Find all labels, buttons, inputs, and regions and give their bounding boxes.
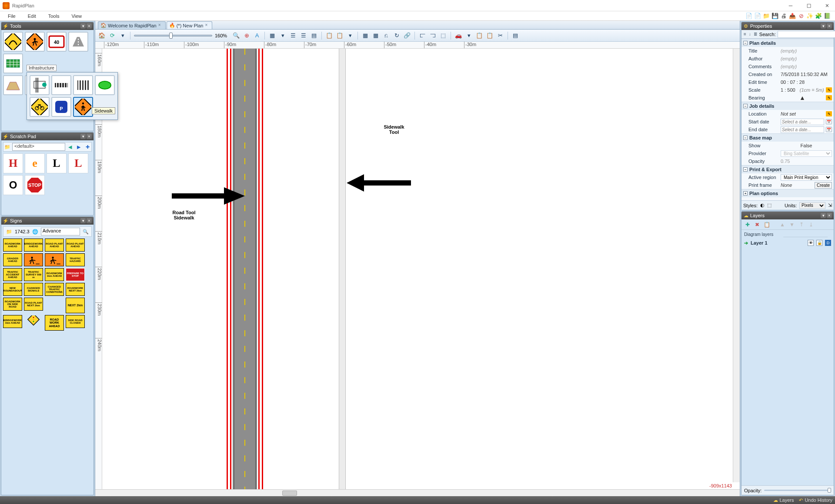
ungroup-icon[interactable]: ▦ [372, 32, 380, 40]
align3-icon[interactable]: ⬚ [439, 32, 447, 40]
provider-select[interactable]: Bing Satellite [781, 150, 832, 157]
menu-tools[interactable]: Tools [42, 12, 66, 20]
sign-item[interactable]: ROAD PLANT AHEAD [66, 239, 85, 252]
scratch-item[interactable]: e [25, 153, 45, 173]
panel-pin-button[interactable]: ▾ [80, 218, 86, 223]
scale-edit-icon[interactable]: ✎ [826, 87, 832, 93]
list2-icon[interactable]: ☰ [300, 32, 307, 40]
home-button[interactable]: 🏠 [98, 32, 106, 40]
road-object[interactable] [233, 49, 257, 489]
sign-item[interactable]: NEW ROUNDABOUT [3, 283, 22, 296]
layer-up-button[interactable]: ▲ [779, 221, 786, 228]
infra-sidewalk[interactable] [73, 97, 93, 117]
sign-item[interactable]: GRADER AHEAD [3, 253, 22, 266]
sign-item[interactable]: TRAFFIC HAZARD [66, 253, 85, 266]
qa-new-icon[interactable]: 📄 [745, 13, 752, 20]
sign-item[interactable]: ROADWORK ON SIDE ROAD [3, 298, 22, 311]
panel-pin-button[interactable]: ▾ [80, 23, 86, 29]
group-icon[interactable]: ▦ [361, 32, 369, 40]
signs-globe-icon[interactable]: 🌐 [31, 228, 39, 235]
tool-road[interactable] [68, 32, 88, 52]
sign-item[interactable]: ROAD WORK AHEAD [45, 315, 64, 331]
qa-save-icon[interactable]: 💾 [772, 13, 778, 20]
close-button[interactable]: ✕ [822, 1, 832, 10]
sign-item[interactable]: PREPARE TO STOP [66, 268, 85, 281]
split-icon[interactable]: ⎌ [382, 32, 390, 40]
prop-sort1-button[interactable]: ≡ [743, 31, 747, 37]
start-date-picker-icon[interactable]: 📅 [826, 119, 832, 124]
qa-plugin-icon[interactable]: 🧩 [815, 13, 822, 20]
scratch-item[interactable]: L [68, 153, 88, 173]
dup3-icon[interactable]: 📋 [475, 32, 483, 40]
dup2-icon[interactable]: ▾ [346, 32, 354, 40]
tool-speed[interactable]: 40 [47, 32, 67, 52]
infra-crosswalk[interactable] [73, 75, 93, 95]
bearing-edit-icon[interactable]: ✎ [826, 95, 832, 100]
menu-view[interactable]: View [65, 12, 88, 20]
vertical-scrollbar[interactable] [733, 49, 740, 482]
scratch-item-stop[interactable]: STOP [25, 175, 45, 195]
layer-lock-icon[interactable]: 🔒 [816, 240, 822, 246]
signs-search-icon[interactable]: 🔍 [82, 228, 90, 235]
qa-help-icon[interactable]: 📗 [824, 13, 831, 20]
scratchpad-folder-icon[interactable]: 📁 [3, 143, 11, 151]
section-print-export[interactable]: −Print & Export [741, 166, 834, 173]
copy-icon[interactable]: 📋 [325, 32, 333, 40]
sign-item[interactable]: TRAFFIC SURVEY 500 m [24, 268, 43, 281]
sign-item[interactable]: CHANGED TRAFFIC CONDITIONS [45, 283, 64, 296]
sign-item[interactable]: BRIDGEWORK 1km AHEAD [3, 315, 22, 328]
panel-pin-button[interactable]: ▾ [821, 23, 826, 29]
create-frame-button[interactable]: Create [815, 182, 832, 189]
location-edit-icon[interactable]: ✎ [826, 111, 832, 116]
units-select[interactable]: Pixels [799, 202, 825, 209]
layer-row[interactable]: ➔ Layer 1 👁 🔒 D [744, 239, 831, 247]
layer-top-button[interactable]: ⤒ [798, 221, 805, 228]
sign-item[interactable] [24, 315, 43, 328]
layer-default-icon[interactable]: D [825, 240, 831, 246]
tab-newplan[interactable]: 🔥 (*) New Plan × [167, 21, 213, 29]
sign-item[interactable]: BRIDGEWORK AHEAD [24, 239, 43, 252]
paste-icon[interactable]: 📋 [336, 32, 344, 40]
opacity-slider[interactable] [764, 490, 831, 491]
qa-export-icon[interactable]: 📤 [789, 13, 796, 20]
align1-icon[interactable]: ⫍ [418, 32, 426, 40]
active-region-select[interactable]: Main Print Region [781, 174, 832, 181]
section-job-details[interactable]: −Job details [741, 102, 834, 110]
sign-item[interactable]: ROAD PLANT AHEAD [45, 239, 64, 252]
style-save-icon[interactable]: ⬚ [767, 202, 772, 208]
minimize-button[interactable]: — [785, 1, 796, 10]
layer-down-button[interactable]: ▼ [788, 221, 795, 228]
tool-infrastructure[interactable] [3, 53, 23, 73]
qa-new2-icon[interactable]: 📄 [754, 13, 761, 20]
horizontal-scrollbar[interactable] [95, 489, 740, 496]
signs-filter[interactable]: Advance [41, 228, 80, 235]
scratchpad-prev-icon[interactable]: ◀ [66, 143, 74, 151]
text-icon[interactable]: A [253, 32, 261, 40]
section-plan-details[interactable]: −Plan details [741, 39, 834, 47]
sign-item[interactable] [24, 253, 43, 266]
tab-welcome[interactable]: 🏠 Welcome to RapidPlan × [98, 21, 166, 29]
units-detach-icon[interactable]: ⇲ [828, 202, 832, 208]
end-date-picker-icon[interactable]: 📅 [826, 127, 832, 132]
scratch-item[interactable]: O [3, 175, 23, 195]
layer-bottom-button[interactable]: ⤓ [808, 221, 815, 228]
sign-item[interactable]: ROADWORK 1km AHEAD [45, 268, 64, 281]
dup4-icon[interactable]: 📋 [486, 32, 494, 40]
vehicle-icon[interactable]: 🚗 [454, 32, 462, 40]
tool-select[interactable] [3, 32, 23, 52]
tool-workahead[interactable] [25, 32, 45, 52]
prop-sort3-button[interactable]: ≣ [753, 31, 758, 37]
flag-icon[interactable]: ▾ [279, 32, 287, 40]
menu-file[interactable]: File [2, 12, 22, 20]
qa-wizard-icon[interactable]: ✨ [806, 13, 813, 20]
target-icon[interactable]: ⊕ [243, 32, 250, 40]
scratch-item[interactable]: H [3, 153, 23, 173]
panel-close-button[interactable]: × [827, 23, 832, 29]
qa-open-icon[interactable]: 📁 [763, 13, 770, 20]
align2-icon[interactable]: ⫎ [429, 32, 437, 40]
panel-close-button[interactable]: × [827, 213, 832, 218]
infra-grass[interactable] [30, 75, 50, 95]
canvas[interactable]: Road Tool Sidewalk Sidewalk Tool -909x11… [102, 49, 740, 489]
qa-delete-icon[interactable]: ⊘ [798, 13, 805, 20]
properties-search-input[interactable] [778, 31, 835, 38]
